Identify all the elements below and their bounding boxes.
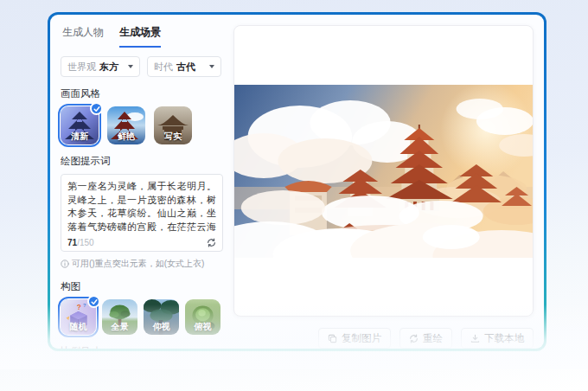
- svg-text:?: ?: [83, 303, 86, 308]
- composition-thumb-panorama[interactable]: 全景: [102, 299, 137, 335]
- mode-tabs: 生成人物 生成场景: [61, 22, 223, 48]
- prompt-hint-text: 可用()重点突出元素，如(女式上衣): [72, 258, 204, 270]
- composition-thumb-label: 仰视: [144, 321, 179, 333]
- prompt-footer: 71 /150: [67, 238, 216, 247]
- settings-panel: 生成人物 生成场景 世界观 东方 时代 古代 画面风格: [61, 22, 223, 349]
- preview-actions: 复制图片 重绘: [233, 328, 534, 349]
- style-thumb-vivid[interactable]: 鲜艳: [107, 106, 145, 144]
- prompt-char-max: /150: [77, 238, 93, 247]
- style-thumbs: 清新 鲜艳: [61, 106, 223, 144]
- era-value: 古代: [176, 61, 195, 74]
- worldview-label: 世界观: [67, 61, 96, 74]
- prompt-refresh-icon[interactable]: [207, 238, 216, 247]
- redraw-button[interactable]: 重绘: [399, 328, 452, 349]
- download-icon: [470, 334, 480, 343]
- prompt-hint: 可用()重点突出元素，如(女式上衣): [61, 258, 223, 270]
- era-select[interactable]: 时代 古代: [147, 56, 221, 77]
- ratio-section-title: 比例尺寸: [61, 345, 223, 349]
- prompt-text[interactable]: 第一座名为灵峰，属于长老明月。灵峰之上，是一片茂密的森林，树木参天，花草缤纷。仙…: [67, 180, 216, 234]
- chevron-down-icon: [209, 65, 214, 68]
- generator-modal-inner: 生成人物 生成场景 世界观 东方 时代 古代 画面风格: [50, 15, 544, 349]
- composition-thumb-lookup[interactable]: 仰视: [144, 299, 179, 335]
- composition-section-title: 构图: [61, 280, 223, 293]
- prompt-input[interactable]: 第一座名为灵峰，属于长老明月。灵峰之上，是一片茂密的森林，树木参天，花草缤纷。仙…: [61, 174, 223, 252]
- style-section-title: 画面风格: [61, 87, 223, 100]
- preview-panel: 复制图片 重绘: [233, 22, 534, 349]
- worldview-value: 东方: [99, 61, 118, 74]
- svg-text:?: ?: [77, 303, 81, 311]
- style-thumb-fresh[interactable]: 清新: [61, 106, 99, 144]
- generator-modal: 生成人物 生成场景 世界观 东方 时代 古代 画面风格: [48, 12, 546, 351]
- preview-card: [233, 25, 534, 317]
- download-label: 下载本地: [484, 332, 524, 345]
- generated-image[interactable]: [234, 85, 533, 258]
- composition-thumb-label: 俯视: [185, 321, 220, 333]
- filter-row: 世界观 东方 时代 古代: [61, 56, 223, 77]
- style-thumb-label: 鲜艳: [107, 131, 145, 143]
- copy-image-button[interactable]: 复制图片: [318, 328, 391, 349]
- redraw-icon: [409, 334, 419, 343]
- worldview-select[interactable]: 世界观 东方: [61, 56, 140, 77]
- prompt-section-title: 绘图提示词: [61, 155, 223, 168]
- era-label: 时代: [154, 61, 173, 74]
- style-thumb-realistic[interactable]: 写实: [154, 106, 192, 144]
- chevron-down-icon: [128, 65, 133, 68]
- style-thumb-label: 清新: [61, 131, 99, 143]
- info-icon: [61, 260, 69, 268]
- prompt-char-count: 71: [67, 238, 77, 247]
- copy-icon: [328, 334, 337, 343]
- download-button[interactable]: 下载本地: [461, 328, 534, 349]
- check-badge-icon: [87, 295, 100, 308]
- composition-thumb-random[interactable]: ? ? 随机: [61, 299, 96, 335]
- app-background: 生成人物 生成场景 世界观 东方 时代 古代 画面风格: [0, 0, 588, 391]
- tab-generate-person[interactable]: 生成人物: [62, 25, 104, 48]
- check-badge-icon: [90, 102, 103, 115]
- redraw-label: 重绘: [423, 332, 443, 345]
- style-thumb-label: 写实: [154, 131, 192, 143]
- composition-thumb-lookdown[interactable]: 俯视: [185, 299, 220, 335]
- tab-generate-scene[interactable]: 生成场景: [119, 25, 161, 48]
- copy-image-label: 复制图片: [342, 332, 381, 345]
- composition-thumb-label: 全景: [102, 321, 137, 333]
- composition-thumb-label: 随机: [61, 321, 96, 333]
- composition-thumbs: ? ? 随机: [61, 299, 223, 335]
